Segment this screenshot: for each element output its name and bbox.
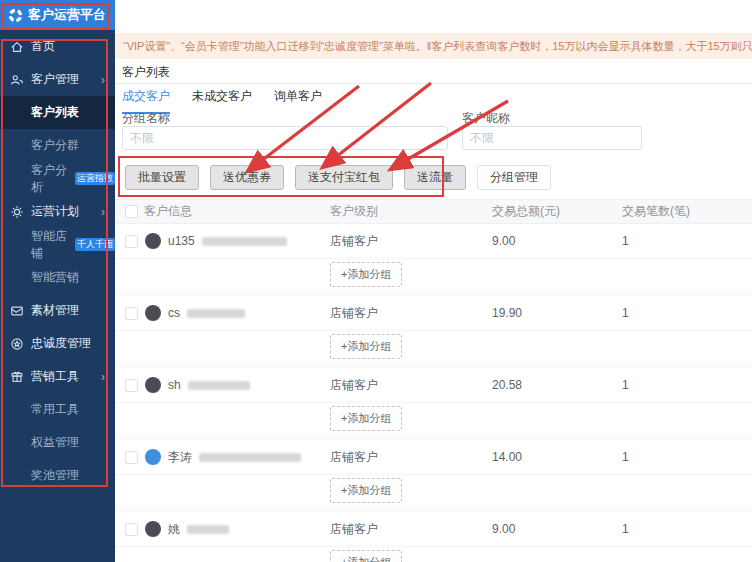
customer-type: 店铺客户 <box>330 521 492 538</box>
notice-bar: “VIP设置”、“会员卡管理”功能入口迁移到“忠诚度管理”菜单啦。‖客户列表查询… <box>115 33 752 59</box>
customer-operations-platform: 客户运营平台 首页 客户管理 › 客户列表 客户分群 客户分析 运营指数 运营计… <box>0 0 752 562</box>
avatar <box>145 233 161 249</box>
customer-nickname-input[interactable] <box>462 126 642 150</box>
action-button-row: 批量设置 送优惠券 送支付宝红包 送流量 分组管理 <box>125 165 551 190</box>
redacted-name <box>188 381 250 390</box>
row-checkbox[interactable] <box>125 523 138 536</box>
customer-nickname-label: 客户昵称 <box>462 110 510 127</box>
col-customer-info: 客户信息 <box>144 203 192 220</box>
chevron-right-icon: › <box>101 73 105 87</box>
customer-name: 姚 <box>168 521 180 538</box>
order-count: 1 <box>622 450 752 464</box>
sidebar-item-customer-list[interactable]: 客户列表 <box>0 96 115 129</box>
table-row: 姚 店铺客户 9.00 1 +添加分组 <box>115 512 752 562</box>
sidebar-item-label: 客户列表 <box>31 104 79 121</box>
thousand-faces-badge: 千人千面 <box>75 238 115 251</box>
sidebar-item-customer-segments[interactable]: 客户分群 <box>0 129 115 162</box>
customer-type: 店铺客户 <box>330 377 492 394</box>
send-traffic-button[interactable]: 送流量 <box>404 165 466 190</box>
sidebar-item-ops-plan[interactable]: 运营计划 › <box>0 195 115 228</box>
sidebar-item-label: 客户管理 <box>31 71 79 88</box>
row-checkbox[interactable] <box>125 235 138 248</box>
sidebar-item-customer-analysis[interactable]: 客户分析 运营指数 <box>0 162 115 195</box>
tab-inquiry-customers[interactable]: 询单客户 <box>274 88 322 114</box>
sidebar-item-smart-marketing[interactable]: 智能营销 <box>0 261 115 294</box>
sidebar: 首页 客户管理 › 客户列表 客户分群 客户分析 运营指数 运营计划 › 智能店… <box>0 30 115 562</box>
customer-name: cs <box>168 306 180 320</box>
send-coupon-button[interactable]: 送优惠券 <box>210 165 284 190</box>
pinwheel-logo-icon <box>8 8 23 23</box>
sidebar-item-marketing-tools[interactable]: 营销工具 › <box>0 360 115 393</box>
sidebar-item-common-tools[interactable]: 常用工具 <box>0 393 115 426</box>
send-alipay-redpacket-button[interactable]: 送支付宝红包 <box>295 165 393 190</box>
sidebar-item-label: 智能营销 <box>31 269 79 286</box>
select-all-checkbox[interactable] <box>125 205 138 218</box>
plan-icon <box>10 205 24 219</box>
sidebar-item-customer-mgmt[interactable]: 客户管理 › <box>0 63 115 96</box>
total-amount: 9.00 <box>492 522 622 536</box>
tools-icon <box>10 370 24 384</box>
customer-name: sh <box>168 378 181 392</box>
ops-index-badge: 运营指数 <box>75 172 115 185</box>
order-count: 1 <box>622 378 752 392</box>
batch-settings-button[interactable]: 批量设置 <box>125 165 199 190</box>
group-name-label: 分组名称 <box>122 110 170 127</box>
sidebar-item-smart-shop[interactable]: 智能店铺 千人千面 <box>0 228 115 261</box>
customer-type: 店铺客户 <box>330 305 492 322</box>
add-group-button[interactable]: +添加分组 <box>330 334 402 359</box>
tab-no-deal-customers[interactable]: 未成交客户 <box>192 88 252 114</box>
total-amount: 14.00 <box>492 450 622 464</box>
table-body: u135 店铺客户 9.00 1 +添加分组 cs <box>115 224 752 562</box>
avatar <box>145 305 161 321</box>
sidebar-item-label: 首页 <box>31 38 55 55</box>
total-amount: 9.00 <box>492 234 622 248</box>
sidebar-item-label: 常用工具 <box>31 401 79 418</box>
chevron-right-icon: › <box>101 370 105 384</box>
redacted-name <box>199 453 301 462</box>
row-checkbox[interactable] <box>125 451 138 464</box>
sidebar-item-label: 营销工具 <box>31 368 79 385</box>
table-row: sh 店铺客户 20.58 1 +添加分组 <box>115 368 752 440</box>
sidebar-item-material-mgmt[interactable]: 素材管理 <box>0 294 115 327</box>
row-checkbox[interactable] <box>125 307 138 320</box>
row-checkbox[interactable] <box>125 379 138 392</box>
col-total-amount: 交易总额(元) <box>492 203 622 220</box>
sidebar-item-prize-pool-mgmt[interactable]: 奖池管理 <box>0 459 115 492</box>
brand-title: 客户运营平台 <box>28 6 106 24</box>
material-icon <box>10 304 24 318</box>
total-amount: 20.58 <box>492 378 622 392</box>
avatar <box>145 377 161 393</box>
customer-type: 店铺客户 <box>330 233 492 250</box>
table-row: cs 店铺客户 19.90 1 +添加分组 <box>115 296 752 368</box>
sidebar-item-loyalty-mgmt[interactable]: 忠诚度管理 <box>0 327 115 360</box>
avatar <box>145 521 161 537</box>
divider <box>115 83 752 84</box>
avatar <box>145 449 161 465</box>
table-header: 客户信息 客户级别 交易总额(元) 交易笔数(笔) <box>115 199 752 224</box>
main-content: “VIP设置”、“会员卡管理”功能入口迁移到“忠诚度管理”菜单啦。‖客户列表查询… <box>115 0 752 562</box>
sidebar-item-label: 权益管理 <box>31 434 79 451</box>
group-management-button[interactable]: 分组管理 <box>477 165 551 190</box>
sidebar-item-rights-mgmt[interactable]: 权益管理 <box>0 426 115 459</box>
customer-name: u135 <box>168 234 195 248</box>
sidebar-item-label: 智能店铺 <box>31 228 68 262</box>
add-group-button[interactable]: +添加分组 <box>330 550 402 562</box>
sidebar-item-label: 运营计划 <box>31 203 79 220</box>
sidebar-item-label: 客户分析 <box>31 162 68 196</box>
order-count: 1 <box>622 234 752 248</box>
col-customer-level: 客户级别 <box>330 203 492 220</box>
group-name-input[interactable] <box>122 126 448 150</box>
add-group-button[interactable]: +添加分组 <box>330 478 402 503</box>
loyalty-icon <box>10 337 24 351</box>
add-group-button[interactable]: +添加分组 <box>330 406 402 431</box>
customer-type: 店铺客户 <box>330 449 492 466</box>
brand-header: 客户运营平台 <box>0 0 115 30</box>
col-order-count: 交易笔数(笔) <box>622 203 752 220</box>
add-group-button[interactable]: +添加分组 <box>330 262 402 287</box>
sidebar-item-home[interactable]: 首页 <box>0 30 115 63</box>
users-icon <box>10 73 24 87</box>
home-icon <box>10 40 24 54</box>
table-row: 李涛 店铺客户 14.00 1 +添加分组 <box>115 440 752 512</box>
sidebar-item-label: 忠诚度管理 <box>31 335 91 352</box>
sidebar-item-label: 奖池管理 <box>31 467 79 484</box>
